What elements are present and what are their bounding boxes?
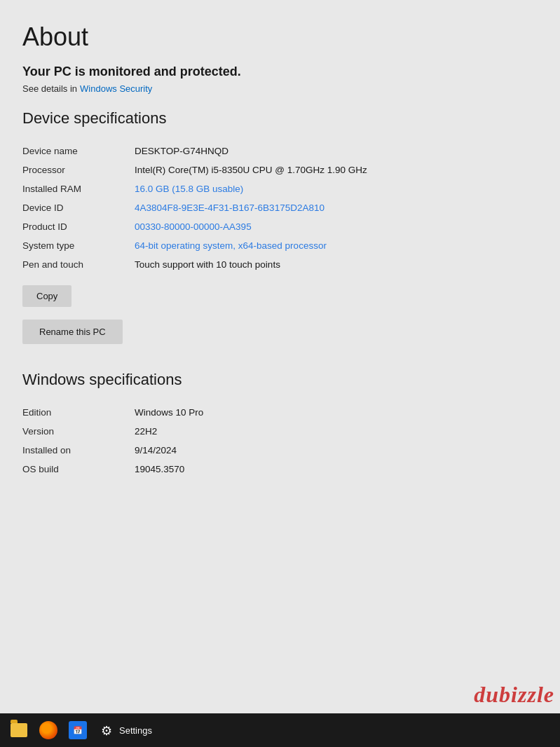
folder-shape: [11, 723, 27, 737]
spec-value: Windows 10 Pro: [135, 407, 538, 418]
spec-row: Device ID4A3804F8-9E3E-4F31-B167-6B3175D…: [22, 198, 538, 217]
windows-specs-section: Windows specifications EditionWindows 10…: [22, 371, 538, 479]
spec-row: Installed RAM16.0 GB (15.8 GB usable): [22, 179, 538, 198]
spec-value: 4A3804F8-9E3E-4F31-B167-6B3175D2A810: [135, 203, 538, 213]
spec-label: Version: [22, 426, 135, 437]
calendar-icon[interactable]: 📅: [64, 717, 91, 743]
file-explorer-icon[interactable]: [6, 717, 32, 743]
calendar-shape: 📅: [69, 721, 87, 739]
spec-row: ProcessorIntel(R) Core(TM) i5-8350U CPU …: [22, 160, 538, 179]
spec-row: Pen and touchTouch support with 10 touch…: [22, 255, 538, 274]
spec-value: 00330-80000-00000-AA395: [135, 221, 538, 232]
page-title: About: [22, 22, 538, 52]
see-details-prefix: See details in: [22, 83, 77, 94]
spec-label: Installed on: [22, 445, 135, 455]
spec-value: Touch support with 10 touch points: [135, 259, 538, 270]
spec-row: Device nameDESKTOP-G74HNQD: [22, 142, 538, 160]
spec-row: Product ID00330-80000-00000-AA395: [22, 217, 538, 236]
firefox-shape: [39, 721, 57, 739]
spec-label: Pen and touch: [22, 259, 135, 270]
device-specs-title: Device specifications: [22, 109, 538, 128]
spec-row: EditionWindows 10 Pro: [22, 403, 538, 422]
windows-specs-title: Windows specifications: [22, 371, 538, 389]
see-details-row: See details in Windows Security: [22, 83, 538, 94]
spec-value: 22H2: [135, 426, 538, 437]
watermark: dubizzle: [468, 679, 560, 711]
windows-security-link[interactable]: Windows Security: [80, 83, 152, 94]
spec-label: Device ID: [22, 203, 135, 213]
settings-label: Settings: [119, 725, 152, 736]
windows-specs-table: EditionWindows 10 ProVersion22H2Installe…: [22, 403, 538, 479]
rename-pc-button[interactable]: Rename this PC: [22, 320, 123, 344]
spec-row: Installed on9/14/2024: [22, 441, 538, 460]
spec-row: System type64-bit operating system, x64-…: [22, 236, 538, 255]
protection-status: Your PC is monitored and protected.: [22, 64, 538, 79]
spec-value: Intel(R) Core(TM) i5-8350U CPU @ 1.70GHz…: [135, 165, 538, 175]
spec-value: 64-bit operating system, x64-based proce…: [135, 240, 538, 251]
settings-gear-icon: ⚙: [101, 723, 115, 737]
taskbar: 📅 ⚙ Settings: [0, 713, 560, 747]
copy-button[interactable]: Copy: [22, 285, 71, 307]
spec-label: Installed RAM: [22, 184, 135, 194]
spec-row: Version22H2: [22, 422, 538, 441]
spec-row: OS build19045.3570: [22, 460, 538, 479]
device-specs-table: Device nameDESKTOP-G74HNQDProcessorIntel…: [22, 142, 538, 274]
spec-label: System type: [22, 240, 135, 251]
spec-label: OS build: [22, 464, 135, 474]
spec-label: Device name: [22, 146, 135, 156]
main-content: About Your PC is monitored and protected…: [0, 0, 560, 713]
spec-label: Edition: [22, 407, 135, 418]
firefox-icon[interactable]: [35, 717, 62, 743]
settings-taskbar-item[interactable]: ⚙ Settings: [94, 720, 159, 740]
spec-value: 9/14/2024: [135, 445, 538, 455]
spec-value: DESKTOP-G74HNQD: [135, 146, 538, 156]
spec-value: 19045.3570: [135, 464, 538, 474]
spec-label: Product ID: [22, 221, 135, 232]
spec-value: 16.0 GB (15.8 GB usable): [135, 184, 538, 194]
spec-label: Processor: [22, 165, 135, 175]
